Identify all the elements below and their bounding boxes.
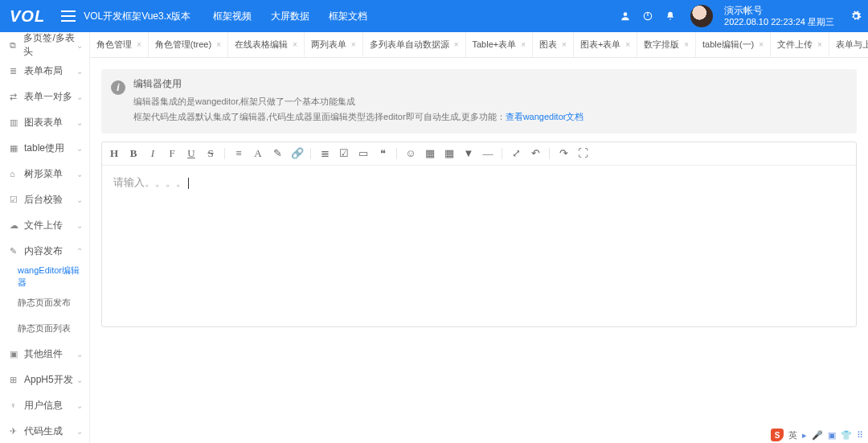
toolbar-btn[interactable]: ▭ (358, 147, 369, 160)
tab-label: 数字排版 (644, 39, 679, 51)
sogou-icon[interactable]: S (771, 429, 784, 441)
sidebar-subitem[interactable]: wangEditor编辑器 (0, 264, 89, 289)
sidebar-icon: ⧉ (10, 40, 18, 51)
close-icon[interactable]: × (759, 40, 764, 49)
toolbar-btn[interactable]: 🔗 (291, 147, 302, 160)
sidebar-item[interactable]: ⇄表单一对多⌄ (0, 84, 89, 109)
close-icon[interactable]: × (817, 40, 822, 49)
close-icon[interactable]: × (454, 40, 459, 49)
tab[interactable]: 图表× (533, 32, 574, 57)
editor-body[interactable]: 请输入。。。。 (102, 166, 856, 326)
sidebar-item[interactable]: ≣表单布局⌄ (0, 58, 89, 84)
toolbar-btn[interactable]: A (252, 147, 264, 160)
sidebar-item[interactable]: ⊞AppH5开发⌄ (0, 367, 89, 392)
user-name: 演示帐号 (724, 5, 834, 16)
close-icon[interactable]: × (293, 40, 297, 49)
tab[interactable]: 表单与上传下载× (829, 32, 868, 57)
toolbar-btn[interactable]: ↶ (530, 147, 541, 160)
sidebar-item[interactable]: ✎内容发布⌃ (0, 238, 89, 264)
toolbar-btn[interactable]: F (166, 147, 178, 160)
toolbar-btn[interactable]: ▦ (444, 147, 455, 160)
logo: VOL (6, 7, 53, 26)
sidebar-icon: ▦ (10, 143, 19, 154)
toolbar-btn[interactable]: H (108, 147, 120, 160)
chevron-icon: ⌄ (76, 401, 83, 410)
user-info: 演示帐号 2022.08.10 22:23:24 星期三 (724, 5, 834, 27)
toolbar-btn[interactable]: B (128, 147, 139, 160)
toolbar-btn[interactable]: ⛶ (577, 147, 588, 160)
close-icon[interactable]: × (216, 40, 221, 49)
tab[interactable]: 数字排版× (637, 32, 696, 57)
ime-item5[interactable]: ⠿ (857, 430, 863, 441)
avatar[interactable] (690, 5, 713, 27)
sidebar: ⧉多页签/多表头⌄≣表单布局⌄⇄表单一对多⌄▥图表表单⌄▦table使用⌄⌂树形… (0, 32, 90, 443)
ime-item3[interactable]: ▣ (828, 430, 836, 441)
toolbar-btn[interactable]: S (205, 147, 216, 160)
close-icon[interactable]: × (562, 40, 567, 49)
close-icon[interactable]: × (137, 40, 141, 49)
toolbar-btn[interactable]: ▦ (424, 147, 436, 160)
toolbar-btn[interactable]: ❝ (377, 147, 388, 160)
tab[interactable]: 多列表单自动数据源× (363, 32, 466, 57)
tab-label: 在线表格编辑 (235, 39, 288, 51)
sidebar-item[interactable]: ☁文件上传⌄ (0, 212, 89, 238)
tab[interactable]: 图表+表单× (574, 32, 637, 57)
sidebar-item[interactable]: ▣其他组件⌄ (0, 341, 89, 367)
close-icon[interactable]: × (351, 40, 356, 49)
sidebar-subitem[interactable]: 静态页面列表 (0, 315, 89, 341)
gear-icon[interactable] (850, 10, 862, 22)
user-icon[interactable] (620, 10, 631, 22)
toolbar-btn[interactable]: ✎ (272, 147, 283, 160)
ime-lang[interactable]: 英 (788, 429, 797, 441)
sidebar-item[interactable]: ☑后台校验⌄ (0, 187, 89, 212)
sidebar-label: AppH5开发 (24, 373, 73, 387)
sidebar-item[interactable]: ▥图表表单⌄ (0, 109, 89, 135)
toolbar-btn[interactable]: ▼ (463, 147, 474, 160)
nav-video[interactable]: 框架视频 (213, 10, 252, 23)
hamburger-icon[interactable] (61, 10, 76, 22)
tab[interactable]: Table+表单× (466, 32, 534, 57)
sidebar-item[interactable]: ♀用户信息⌄ (0, 392, 89, 418)
tab-label: 图表 (539, 39, 557, 51)
tab[interactable]: 在线表格编辑× (228, 32, 305, 57)
bell-icon[interactable] (665, 10, 676, 22)
close-icon[interactable]: × (684, 40, 689, 49)
toolbar-btn[interactable]: I (147, 147, 158, 160)
toolbar-btn[interactable]: ☺ (405, 147, 416, 160)
wang-editor: HBIFUS≡A✎🔗≣☑▭❝☺▦▦▼—⤢↶↷⛶ 请输入。。。。 (101, 142, 857, 327)
tab[interactable]: table编辑(一)× (696, 32, 771, 57)
info-line1: 编辑器集成的是wangeditor,框架只做了一个基本功能集成 (133, 94, 845, 109)
chevron-icon: ⌄ (76, 170, 83, 178)
toolbar-btn[interactable]: ⤢ (510, 147, 522, 160)
sidebar-item[interactable]: ✈代码生成⌄ (0, 418, 89, 443)
tab[interactable]: 文件上传× (771, 32, 829, 57)
ime-item1[interactable]: ▸ (802, 430, 807, 441)
app-title: VOL开发框架Vue3.x版本 (84, 10, 190, 23)
power-icon[interactable] (642, 10, 653, 22)
toolbar-btn[interactable]: ☑ (338, 147, 350, 160)
sidebar-icon: ⊞ (10, 375, 19, 385)
toolbar-btn[interactable]: ≡ (233, 147, 244, 160)
nav-bigscreen[interactable]: 大屏数据 (271, 10, 309, 23)
sidebar-item[interactable]: ▦table使用⌄ (0, 135, 89, 161)
ime-item4[interactable]: 👕 (841, 430, 852, 441)
sidebar-item[interactable]: ⧉多页签/多表头⌄ (0, 32, 89, 58)
toolbar-btn[interactable]: ↷ (558, 147, 569, 160)
tab[interactable]: 两列表单× (305, 32, 363, 57)
nav-docs[interactable]: 框架文档 (329, 10, 367, 23)
chevron-icon: ⌄ (76, 118, 83, 127)
close-icon[interactable]: × (521, 40, 526, 49)
info-link[interactable]: 查看wangeditor文档 (506, 112, 584, 121)
toolbar-btn[interactable]: U (186, 147, 197, 160)
toolbar-btn[interactable]: ≣ (319, 147, 330, 160)
sidebar-icon: ♀ (10, 400, 19, 410)
close-icon[interactable]: × (625, 40, 630, 49)
sidebar-label: 内容发布 (24, 244, 63, 258)
sidebar-item[interactable]: ⌂树形菜单⌄ (0, 161, 89, 187)
sidebar-subitem[interactable]: 静态页面发布 (0, 289, 89, 315)
toolbar-btn[interactable]: — (482, 147, 493, 160)
info-line2: 框架代码生成器默认集成了编辑器,代码生成器里面编辑类型选择editor即可自动生… (133, 109, 845, 125)
tab[interactable]: 角色管理× (90, 32, 149, 57)
ime-item2[interactable]: 🎤 (812, 430, 823, 441)
tab[interactable]: 角色管理(tree)× (149, 32, 228, 57)
